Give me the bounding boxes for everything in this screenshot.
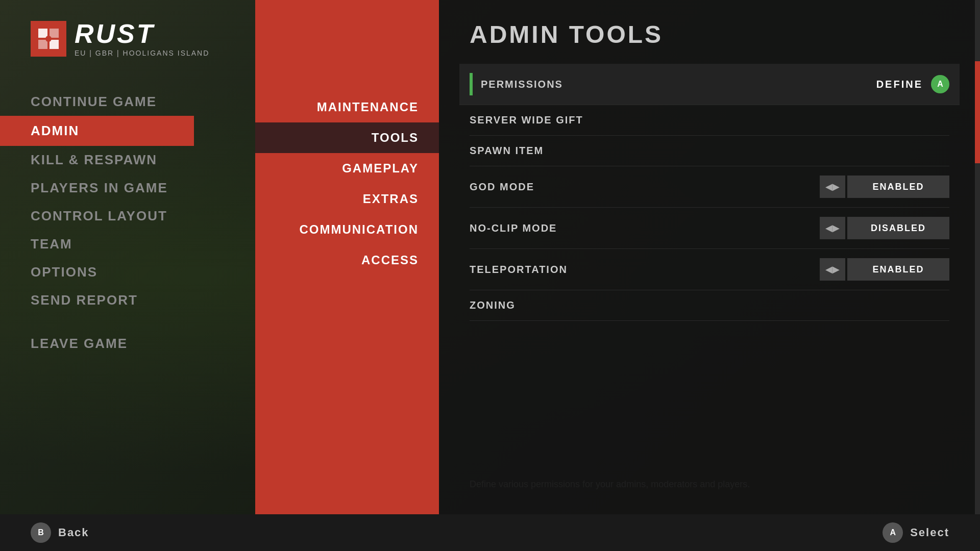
settings-list: PERMISSIONS DEFINE A SERVER WIDE GIFT SP… <box>470 64 949 321</box>
logo-text: RUST EU | GBR | HOOLIGANS ISLAND <box>75 20 209 57</box>
teleportation-label: TELEPORTATION <box>470 264 820 276</box>
game-title: RUST <box>75 20 209 47</box>
nav-admin[interactable]: ADMIN <box>0 116 194 146</box>
nav-continue-game[interactable]: CONTINUE GAME <box>31 88 255 116</box>
select-label: Select <box>910 526 949 539</box>
select-action[interactable]: A Select <box>883 522 949 543</box>
no-clip-mode-value: DISABLED <box>847 217 949 239</box>
god-mode-label: GOD MODE <box>470 181 820 193</box>
left-sidebar: RUST EU | GBR | HOOLIGANS ISLAND CONTINU… <box>0 0 255 551</box>
middle-gameplay[interactable]: GAMEPLAY <box>255 153 439 184</box>
settings-row-server-wide-gift[interactable]: SERVER WIDE GIFT <box>470 105 949 136</box>
middle-tools[interactable]: TOOLS <box>255 122 439 153</box>
select-button-icon[interactable]: A <box>883 522 903 543</box>
middle-maintenance[interactable]: MAINTENANCE <box>255 92 439 122</box>
settings-row-no-clip-mode[interactable]: NO-CLIP MODE ◀▶ DISABLED <box>470 208 949 249</box>
settings-row-god-mode[interactable]: GOD MODE ◀▶ ENABLED <box>470 166 949 208</box>
nav-control-layout[interactable]: CONTROL LAYOUT <box>31 202 255 230</box>
permissions-label: PERMISSIONS <box>481 79 876 90</box>
nav-options[interactable]: OPTIONS <box>31 258 255 286</box>
settings-row-permissions[interactable]: PERMISSIONS DEFINE A <box>459 64 960 105</box>
nav-players-in-game[interactable]: PLAYERS IN GAME <box>31 174 255 202</box>
server-info: EU | GBR | HOOLIGANS ISLAND <box>75 49 209 57</box>
back-action[interactable]: B Back <box>31 522 89 543</box>
svg-rect-3 <box>50 40 59 49</box>
teleportation-value: ENABLED <box>847 258 949 281</box>
back-label: Back <box>58 526 89 539</box>
no-clip-mode-toggle[interactable]: ◀▶ DISABLED <box>820 217 949 239</box>
spawn-item-label: SPAWN ITEM <box>470 145 949 157</box>
bottom-bar: B Back A Select <box>0 514 980 551</box>
server-wide-gift-label: SERVER WIDE GIFT <box>470 114 949 126</box>
middle-column: MAINTENANCE TOOLS GAMEPLAY EXTRAS COMMUN… <box>255 0 439 551</box>
nav-team[interactable]: TEAM <box>31 230 255 258</box>
back-button-icon[interactable]: B <box>31 522 51 543</box>
rust-logo-icon <box>31 21 66 57</box>
zoning-label: ZONING <box>470 299 949 311</box>
no-clip-mode-left-arrow[interactable]: ◀▶ <box>820 217 845 239</box>
panel-title: ADMIN TOOLS <box>470 20 949 48</box>
middle-communication[interactable]: COMMUNICATION <box>255 214 439 245</box>
middle-extras[interactable]: EXTRAS <box>255 184 439 214</box>
nav-send-report[interactable]: SEND REPORT <box>31 286 255 314</box>
settings-row-zoning[interactable]: ZONING <box>470 290 949 321</box>
god-mode-toggle[interactable]: ◀▶ ENABLED <box>820 176 949 198</box>
settings-row-spawn-item[interactable]: SPAWN ITEM <box>470 136 949 166</box>
right-panel: ADMIN TOOLS PERMISSIONS DEFINE A SERVER … <box>439 0 980 551</box>
svg-rect-0 <box>38 29 47 38</box>
teleportation-left-arrow[interactable]: ◀▶ <box>820 258 845 281</box>
logo-area: RUST EU | GBR | HOOLIGANS ISLAND <box>31 20 255 57</box>
permissions-action: DEFINE <box>876 79 923 90</box>
no-clip-mode-label: NO-CLIP MODE <box>470 222 820 234</box>
scroll-thumb[interactable] <box>975 61 980 163</box>
settings-row-teleportation[interactable]: TELEPORTATION ◀▶ ENABLED <box>470 249 949 290</box>
middle-access[interactable]: ACCESS <box>255 245 439 276</box>
god-mode-left-arrow[interactable]: ◀▶ <box>820 176 845 198</box>
nav-leave-game[interactable]: LEAVE GAME <box>31 330 255 358</box>
svg-rect-2 <box>38 40 47 49</box>
nav-kill-respawn[interactable]: KILL & RESPAWN <box>31 146 255 174</box>
selected-indicator <box>470 73 473 95</box>
permissions-badge: A <box>931 75 949 93</box>
god-mode-value: ENABLED <box>847 176 949 198</box>
teleportation-toggle[interactable]: ◀▶ ENABLED <box>820 258 949 281</box>
svg-rect-1 <box>50 29 59 38</box>
scrollbar[interactable] <box>975 0 980 551</box>
